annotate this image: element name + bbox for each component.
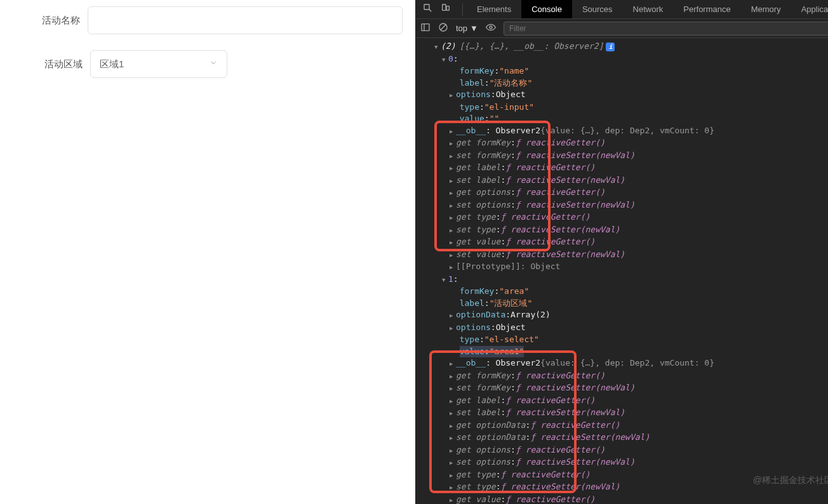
obj0-gs-5[interactable]: set options: ƒ reactiveSetter(newVal): [424, 199, 828, 212]
obj0-proto[interactable]: [[Prototype]]: Object: [424, 261, 828, 274]
sidebar-toggle-icon[interactable]: [420, 22, 431, 35]
obj1-type: type: "el-select": [424, 334, 828, 346]
obj0-gs-6[interactable]: get type: ƒ reactiveGetter(): [424, 211, 828, 224]
obj1-gs-6[interactable]: get options: ƒ reactiveGetter(): [424, 444, 828, 457]
svg-point-7: [490, 26, 492, 29]
obj0-value: value: "": [424, 113, 828, 125]
form-row-area: 活动区域 区域1: [13, 50, 403, 78]
devtools-tabs: Elements Console Sources Network Perform…: [467, 0, 828, 18]
obj1-gs-4[interactable]: get optionData: ƒ reactiveGetter(): [424, 420, 828, 432]
svg-rect-2: [446, 6, 449, 11]
area-select[interactable]: 区域1: [90, 50, 227, 78]
devtools-toolbar: Elements Console Sources Network Perform…: [415, 0, 828, 19]
obj1-label: label: "活动区域": [424, 298, 828, 310]
root-count: (2): [441, 41, 455, 53]
obj0-gs-9[interactable]: set value: ƒ reactiveSetter(newVal): [424, 249, 828, 262]
obj0-header[interactable]: 0:: [424, 53, 828, 66]
obj0-gs-8[interactable]: get value: ƒ reactiveGetter(): [424, 236, 828, 249]
tab-performance[interactable]: Performance: [673, 0, 740, 18]
obj0-gs-1[interactable]: set formKey: ƒ reactiveSetter(newVal): [424, 150, 828, 162]
tab-memory[interactable]: Memory: [741, 0, 791, 18]
form-row-name: 活动名称: [13, 6, 403, 34]
root-summary: [{…}, {…}, __ob__: Observer2]: [459, 41, 603, 53]
obj1-gs-5[interactable]: set optionData: ƒ reactiveSetter(newVal): [424, 432, 828, 444]
label-name: 活动名称: [32, 15, 80, 27]
svg-rect-3: [422, 23, 429, 30]
obj0-options[interactable]: options: Object: [424, 89, 828, 102]
obj1-formkey: formKey: "area": [424, 286, 828, 298]
svg-rect-0: [424, 4, 429, 10]
eye-icon[interactable]: [486, 22, 496, 35]
devtools-panel: Elements Console Sources Network Perform…: [415, 0, 828, 504]
expand-icon[interactable]: [434, 41, 441, 53]
watermark: @稀土掘金技术社区: [753, 475, 828, 486]
obj0-gs-7[interactable]: set type: ƒ reactiveSetter(newVal): [424, 224, 828, 237]
chevron-down-icon: ▼: [470, 23, 478, 33]
obj0-gs-3[interactable]: set label: ƒ reactiveSetter(newVal): [424, 175, 828, 187]
chevron-down-icon: [209, 58, 218, 70]
obj1-gs-3[interactable]: set label: ƒ reactiveSetter(newVal): [424, 407, 828, 420]
console-output[interactable]: (2) [{…}, {…}, __ob__: Observer2] i 0: f…: [415, 38, 828, 504]
obj1-gs-0[interactable]: get formKey: ƒ reactiveGetter(): [424, 370, 828, 383]
tab-elements[interactable]: Elements: [467, 0, 521, 18]
obj1-value: value: "area1": [424, 346, 828, 358]
tab-console[interactable]: Console: [521, 0, 572, 18]
obj0-gs-0[interactable]: get formKey: ƒ reactiveGetter(): [424, 137, 828, 150]
obj1-gs-7[interactable]: set options: ƒ reactiveSetter(newVal): [424, 456, 828, 469]
obj0-formkey: formKey: "name": [424, 65, 828, 77]
tab-network[interactable]: Network: [623, 0, 674, 18]
device-toolbar-icon[interactable]: [441, 3, 451, 15]
context-select[interactable]: top ▼: [456, 23, 478, 33]
area-select-value: 区域1: [100, 58, 124, 70]
obj0-gs-2[interactable]: get label: ƒ reactiveGetter(): [424, 162, 828, 175]
obj1-ob[interactable]: __ob__: Observer2 {value: {…}, dep: Dep2…: [424, 357, 828, 370]
obj0-type: type: "el-input": [424, 102, 828, 114]
obj0-ob[interactable]: __ob__: Observer2 {value: {…}, dep: Dep2…: [424, 125, 828, 138]
clear-console-icon[interactable]: [438, 22, 448, 35]
console-root-line[interactable]: (2) [{…}, {…}, __ob__: Observer2] i: [424, 41, 828, 53]
obj1-gs-1[interactable]: set formKey: ƒ reactiveSetter(newVal): [424, 382, 828, 395]
obj1-options[interactable]: options: Object: [424, 322, 828, 335]
form-panel: 活动名称 活动区域 区域1: [0, 0, 415, 504]
obj1-optiondata[interactable]: optionData: Array(2): [424, 309, 828, 322]
name-input[interactable]: [88, 6, 403, 34]
tab-sources[interactable]: Sources: [572, 0, 623, 18]
label-area: 活动区域: [32, 58, 83, 70]
tab-application[interactable]: Applicatio: [791, 0, 828, 18]
inspect-icon[interactable]: [423, 3, 433, 15]
console-subbar: top ▼: [415, 19, 828, 38]
obj1-gs-10[interactable]: get value: ƒ reactiveGetter(): [424, 494, 828, 505]
obj0-label: label: "活动名称": [424, 77, 828, 90]
svg-rect-1: [443, 4, 446, 10]
svg-line-6: [441, 25, 446, 30]
obj1-gs-2[interactable]: get label: ƒ reactiveGetter(): [424, 395, 828, 408]
filter-input[interactable]: [504, 22, 828, 36]
info-icon[interactable]: i: [606, 43, 615, 51]
obj1-header[interactable]: 1:: [424, 274, 828, 286]
obj0-gs-4[interactable]: get options: ƒ reactiveGetter(): [424, 187, 828, 199]
